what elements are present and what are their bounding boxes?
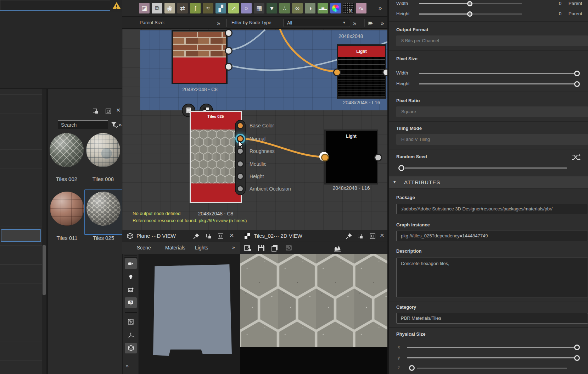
height-ref-dropdown[interactable]: Parent — [569, 11, 582, 16]
filter-more-button[interactable]: » — [353, 20, 356, 26]
tab-materials[interactable]: Materials — [165, 245, 185, 251]
maximize-panel-icon[interactable] — [370, 233, 375, 239]
output-connector[interactable] — [225, 63, 233, 71]
close-panel-icon[interactable]: × — [230, 232, 234, 239]
height-slider-handle[interactable] — [467, 11, 472, 17]
flood-fill-icon[interactable]: ▼ — [267, 3, 277, 13]
safe-transform-icon[interactable]: ↗ — [228, 3, 239, 13]
close-panel-icon[interactable]: × — [116, 106, 121, 114]
pin-icon[interactable] — [193, 233, 200, 239]
parent-size-more-button[interactable]: » — [217, 20, 220, 26]
toolbar-overflow-button[interactable]: » — [379, 5, 382, 11]
input-connector[interactable] — [321, 154, 329, 161]
view3d-header[interactable]: Plane ···D VIEW × — [122, 230, 240, 242]
cube-mesh-icon[interactable] — [125, 343, 137, 353]
pin-icon[interactable] — [346, 233, 352, 239]
physical-z-handle[interactable] — [409, 365, 415, 371]
physical-x-handle[interactable] — [574, 345, 580, 350]
pattern-01-icon[interactable]: 01 — [343, 3, 354, 13]
random-seed-handle[interactable] — [398, 165, 404, 171]
camera-icon[interactable] — [125, 258, 137, 269]
close-panel-icon[interactable]: × — [380, 232, 384, 239]
tab-scene[interactable]: Scene — [137, 245, 151, 251]
rename-input[interactable] — [0, 0, 110, 11]
float-panel-icon[interactable] — [206, 234, 211, 238]
maximize-panel-icon[interactable] — [106, 109, 111, 114]
pixel-width-handle[interactable] — [574, 71, 580, 76]
scrollbar-thumb[interactable] — [43, 245, 46, 295]
toolbar-overflow-button[interactable]: » — [381, 20, 384, 26]
output-connector[interactable] — [225, 47, 233, 55]
histogram-icon[interactable] — [334, 244, 341, 252]
link-nodes-icon[interactable]: ▣▸ — [368, 21, 377, 26]
port-ambient-occlusion[interactable] — [237, 185, 244, 192]
transform-icon[interactable]: ▞ — [215, 3, 226, 13]
text-icon[interactable]: ⧉ — [152, 3, 162, 13]
bezier-icon[interactable]: ∿ — [356, 3, 366, 13]
list-scrollbar[interactable] — [42, 89, 46, 374]
physical-z-slider[interactable] — [417, 368, 567, 369]
pixel-height-handle[interactable] — [574, 81, 580, 87]
selected-list-row[interactable] — [1, 229, 41, 242]
width-ref-dropdown[interactable]: Parent — [569, 1, 582, 6]
float-panel-icon[interactable] — [93, 109, 98, 114]
output-connector[interactable] — [374, 154, 382, 161]
description-field[interactable]: Concrete hexagon tiles, — [396, 258, 588, 297]
tile-sampler-icon[interactable]: ▦ — [254, 3, 264, 13]
refresh-icon[interactable] — [285, 244, 293, 252]
port-base-color[interactable] — [237, 122, 244, 129]
curve-icon[interactable]: ʃ — [190, 3, 201, 13]
view2d-header[interactable]: Tiles_02··· 2D VIEW × — [240, 230, 387, 242]
light-node[interactable]: Light — [324, 130, 378, 185]
material-thumbnail-tiles-008[interactable] — [86, 133, 120, 167]
view3d-viewport[interactable]: ⚙ » — [122, 254, 240, 374]
pixel-height-slider[interactable] — [419, 83, 579, 84]
copy-icon[interactable] — [271, 244, 279, 252]
pixel-width-slider[interactable] — [419, 73, 579, 74]
node-type-filter-dropdown[interactable] — [284, 19, 350, 27]
width-slider-handle[interactable] — [467, 1, 472, 6]
histogram-icon[interactable]: ▂▅▂ — [318, 3, 328, 13]
warp-icon[interactable]: ≈ — [203, 3, 213, 13]
tiles-025-node[interactable]: Tiles 025 — [190, 111, 242, 203]
shuffle-icon[interactable] — [571, 153, 581, 161]
tab-lights[interactable]: Lights — [195, 245, 208, 251]
tabs-overflow-button[interactable]: » — [232, 245, 235, 250]
axis-gizmo-icon[interactable] — [125, 330, 137, 341]
blend-icon[interactable]: ∞ — [292, 3, 303, 13]
material-thumbnail-tiles-002[interactable] — [50, 133, 84, 167]
panel-divider[interactable] — [46, 89, 48, 374]
export-image-icon[interactable] — [244, 244, 252, 252]
shape-icon[interactable]: ○ — [241, 3, 252, 13]
input-connector[interactable] — [333, 68, 341, 76]
output-connector[interactable] — [225, 29, 233, 37]
scatter-icon[interactable]: ∴ — [279, 3, 290, 13]
port-height[interactable] — [237, 173, 244, 180]
light-bulb-icon[interactable] — [125, 272, 137, 282]
filter-funnel-icon[interactable] — [110, 121, 119, 129]
physical-y-slider[interactable] — [407, 357, 577, 358]
search-input[interactable] — [58, 120, 108, 129]
color-wheel-icon[interactable] — [330, 3, 341, 13]
bitmap-node[interactable] — [172, 30, 228, 84]
library-more-button[interactable]: » — [118, 122, 122, 128]
wireframe-icon[interactable] — [125, 317, 137, 327]
node-graph-canvas[interactable]: 2048x2048 - C8 2048x2048 Light 2048x2048… — [122, 29, 387, 230]
port-metallic[interactable] — [237, 160, 244, 167]
environment-image-icon[interactable] — [125, 285, 137, 295]
graph-instance-field[interactable]: pkg:///tiles_025?dependency=1444847749 — [396, 231, 588, 241]
physical-x-slider[interactable] — [407, 347, 577, 348]
float-panel-icon[interactable] — [358, 234, 363, 238]
light-node[interactable]: Light — [337, 44, 386, 99]
bitmap-icon[interactable]: ◪ — [139, 3, 150, 13]
material-thumbnail-tiles-025[interactable] — [86, 192, 121, 226]
maximize-panel-icon[interactable] — [218, 233, 223, 239]
hexagon-texture-preview[interactable] — [240, 254, 387, 347]
category-field[interactable]: PBR Materials/Tiles — [396, 313, 588, 324]
sphere-icon[interactable]: ◑ — [305, 3, 315, 13]
package-field[interactable]: :/adobe/Adobe Substance 3D Designer/reso… — [396, 204, 588, 214]
material-thumbnail-tiles-011[interactable] — [50, 192, 84, 226]
blur-icon[interactable]: ◉ — [164, 3, 175, 13]
directional-warp-icon[interactable]: ⇄ — [177, 3, 188, 13]
random-seed-slider[interactable] — [405, 167, 567, 169]
